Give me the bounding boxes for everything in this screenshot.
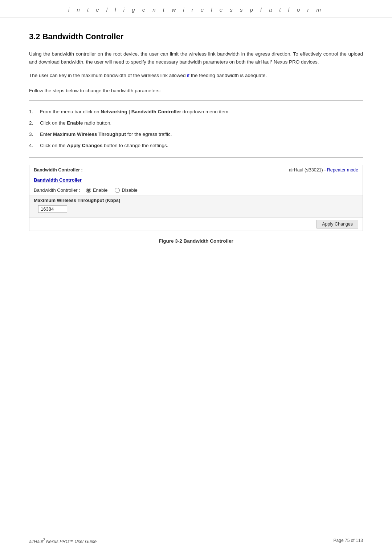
- row-label: Bandwidth Controller :: [34, 187, 80, 193]
- figure-caption: Figure 3-2 Bandwidth Controller: [29, 238, 363, 244]
- mockup-body: Bandwidth Controller Bandwidth Controlle…: [29, 175, 363, 231]
- footer-right: Page 75 of 113: [334, 538, 363, 544]
- radio-disable-label: Disable: [122, 187, 137, 193]
- mockup-header-left: Bandwidth Controller :: [34, 167, 83, 173]
- throughput-label: Maximum Wireless Throughput (Kbps): [34, 198, 358, 203]
- step-4: 4. Click on the Apply Changes button to …: [29, 142, 363, 150]
- step-4-num: 4.: [29, 142, 33, 150]
- radio-enable-option[interactable]: Enable: [86, 187, 107, 193]
- step-1-num: 1.: [29, 108, 33, 116]
- repeater-mode-link[interactable]: Repeater mode: [327, 167, 358, 173]
- page-footer: airHaul2 Nexus PRO™ User Guide Page 75 o…: [0, 534, 392, 544]
- step-1-bold1: Networking: [101, 109, 127, 114]
- paragraph-2-part1: The user can key in the maximum bandwidt…: [29, 73, 187, 78]
- throughput-section: Maximum Wireless Throughput (Kbps): [29, 195, 363, 217]
- step-2-num: 2.: [29, 119, 33, 127]
- step-1: 1. From the menu bar click on Networking…: [29, 108, 363, 116]
- radio-disable-circle[interactable]: [115, 188, 120, 193]
- mockup-header-right: airHaul (sB3021) - Repeater mode: [289, 167, 358, 173]
- mockup-header-device: airHaul (sB3021) -: [289, 167, 327, 173]
- step-2-bold: Enable: [67, 120, 83, 126]
- step-3-bold: Maximum Wireless Throughput: [53, 131, 126, 137]
- throughput-input[interactable]: [38, 205, 67, 213]
- step-1-bold2: Bandwidth Controller: [131, 109, 181, 114]
- header-title: i n t e l l i g e n t w i r e l e s s p …: [68, 7, 324, 13]
- apply-changes-button[interactable]: Apply Changes: [317, 220, 358, 228]
- paragraph-2-highlight: if: [187, 73, 189, 78]
- page-wrapper: i n t e l l i g e n t w i r e l e s s p …: [0, 0, 392, 555]
- radio-group: Enable Disable: [86, 187, 138, 193]
- section-heading: 3.2 Bandwidth Controller: [29, 32, 363, 41]
- step-2: 2. Click on the Enable radio button.: [29, 119, 363, 127]
- ui-section-title[interactable]: Bandwidth Controller: [29, 175, 363, 185]
- paragraph-2-part2: the feeding bandwidth is adequate.: [189, 73, 267, 78]
- ui-mockup: Bandwidth Controller : airHaul (sB3021) …: [29, 165, 363, 231]
- divider-1: [29, 100, 363, 101]
- footer-left: airHaul2 Nexus PRO™ User Guide: [29, 538, 97, 544]
- mockup-header: Bandwidth Controller : airHaul (sB3021) …: [29, 165, 363, 175]
- steps-intro: Follow the steps below to change the ban…: [29, 87, 363, 95]
- radio-disable-option[interactable]: Disable: [115, 187, 137, 193]
- radio-enable-label: Enable: [93, 187, 107, 193]
- step-4-bold: Apply Changes: [67, 143, 102, 148]
- page-header: i n t e l l i g e n t w i r e l e s s p …: [0, 0, 392, 17]
- mockup-footer: Apply Changes: [29, 217, 363, 231]
- divider-2: [29, 157, 363, 158]
- paragraph-2: The user can key in the maximum bandwidt…: [29, 72, 363, 80]
- step-3-num: 3.: [29, 130, 33, 139]
- throughput-input-wrapper: [34, 204, 358, 215]
- steps-list: 1. From the menu bar click on Networking…: [29, 108, 363, 150]
- paragraph-1: Using the bandwidth controller on the ro…: [29, 50, 363, 66]
- enable-disable-row: Bandwidth Controller : Enable Disable: [29, 185, 363, 195]
- step-3: 3. Enter Maximum Wireless Throughput for…: [29, 130, 363, 139]
- main-content: 3.2 Bandwidth Controller Using the bandw…: [0, 17, 392, 269]
- radio-enable-circle[interactable]: [86, 188, 91, 193]
